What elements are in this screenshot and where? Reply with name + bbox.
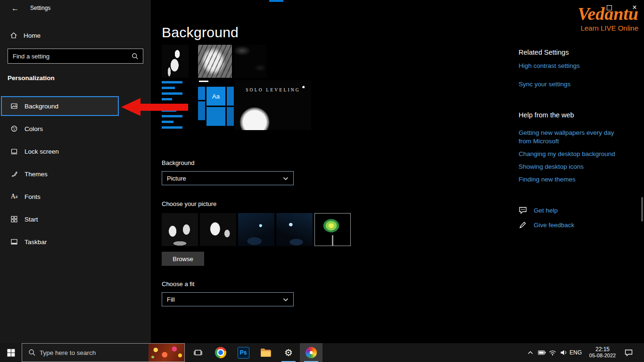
annotation-arrow: [121, 98, 188, 116]
give-feedback-link[interactable]: Give feedback: [534, 222, 574, 229]
chevron-down-icon: [283, 296, 289, 303]
settings-search-box[interactable]: [8, 49, 143, 64]
window-title: Settings: [30, 5, 50, 11]
scrollbar-thumb[interactable]: [641, 197, 643, 222]
browse-button[interactable]: Browse: [162, 252, 204, 266]
sidebar-item-label: Taskbar: [25, 239, 47, 246]
help-from-web-heading: Help from the web: [519, 111, 574, 119]
language-indicator[interactable]: ENG: [570, 343, 582, 362]
close-window-button[interactable]: ×: [627, 1, 642, 14]
sidebar-item-home[interactable]: Home: [0, 27, 151, 43]
preview-start-tiles: Aa: [198, 80, 234, 130]
link-high-contrast-settings[interactable]: High contrast settings: [519, 62, 580, 70]
sidebar-item-fonts[interactable]: Aa Fonts: [0, 185, 151, 208]
preview-wallpaper: SOLO LEVELING: [235, 80, 311, 130]
settings-gear-icon[interactable]: ⚙: [277, 343, 300, 362]
link-showing-desktop-icons[interactable]: Showing desktop icons: [519, 163, 584, 171]
background-type-dropdown[interactable]: Picture: [162, 171, 294, 185]
start-icon: [10, 215, 18, 223]
related-settings-heading: Related Settings: [519, 49, 569, 56]
fit-dropdown[interactable]: Fill: [162, 292, 294, 306]
lock-screen-icon: [10, 148, 18, 155]
photoshop-icon[interactable]: Ps: [232, 343, 255, 362]
sidebar-item-background[interactable]: Background: [1, 96, 119, 116]
preview-art-2: [198, 45, 232, 78]
sidebar-item-start[interactable]: Start: [0, 208, 151, 230]
sidebar-item-lock-screen[interactable]: Lock screen: [0, 140, 151, 163]
arrow-shaft: [140, 104, 188, 111]
search-icon: [28, 349, 36, 356]
tray-expand-icon[interactable]: [525, 343, 536, 362]
sidebar-item-taskbar[interactable]: Taskbar: [0, 230, 151, 253]
sidebar-item-label: Themes: [25, 171, 48, 178]
chrome-icon[interactable]: [209, 343, 232, 362]
link-getting-new-wallpapers[interactable]: Getting new wallpapers every day from Mi…: [519, 129, 621, 146]
feedback-icon: [519, 221, 529, 229]
link-sync-your-settings[interactable]: Sync your settings: [519, 80, 570, 89]
picture-thumbnail-2[interactable]: [200, 213, 236, 246]
dropdown-value: Picture: [167, 175, 186, 182]
preview-art-1: [162, 45, 189, 78]
network-icon[interactable]: [547, 343, 558, 362]
preview-dash: [199, 81, 208, 82]
top-accent-bar: [269, 0, 283, 2]
link-finding-new-themes[interactable]: Finding new themes: [519, 175, 576, 184]
search-promo-image[interactable]: [149, 344, 184, 362]
wallpaper-title: SOLO LEVELING: [235, 88, 311, 92]
sidebar-item-label: Lock screen: [25, 148, 59, 155]
clock[interactable]: 22:15 05-08-2022: [587, 343, 618, 362]
taskbar-search-input[interactable]: [40, 349, 149, 356]
picture-thumbnail-5[interactable]: [314, 213, 351, 246]
sidebar-item-label: Home: [24, 32, 41, 39]
settings-search-input[interactable]: [8, 53, 132, 60]
task-view-button[interactable]: [187, 343, 209, 362]
tray-time: 22:15: [587, 346, 618, 353]
give-feedback-row[interactable]: Give feedback: [519, 221, 574, 229]
search-icon: [132, 53, 139, 60]
get-help-icon: [519, 206, 529, 214]
taskbar-search[interactable]: [22, 343, 185, 362]
restore-window-button[interactable]: [607, 5, 612, 10]
windows-logo-icon: [7, 349, 15, 357]
sidebar-item-colors[interactable]: Colors: [0, 117, 151, 140]
picture-thumbnails: [162, 213, 351, 246]
background-icon: [10, 102, 18, 110]
sidebar-item-label: Colors: [25, 125, 43, 132]
get-help-row[interactable]: Get help: [519, 206, 558, 214]
sidebar-item-label: Start: [25, 216, 38, 223]
settings-window: ← Settings Home Personalization Backgrou…: [0, 0, 644, 362]
sidebar-item-label: Fonts: [25, 193, 41, 200]
right-panel: Related Settings High contrast settings …: [519, 0, 632, 343]
picture-thumbnail-1[interactable]: [162, 213, 198, 246]
file-explorer-icon[interactable]: [255, 343, 277, 362]
sidebar: ← Settings Home Personalization Backgrou…: [0, 0, 151, 343]
preview-art-3: [234, 45, 267, 78]
tray-date: 05-08-2022: [587, 353, 618, 359]
taskbar-icon: [10, 238, 18, 246]
picture-thumbnail-3[interactable]: [238, 213, 274, 246]
volume-icon[interactable]: [559, 343, 569, 362]
home-icon: [10, 32, 17, 39]
sidebar-item-themes[interactable]: Themes: [0, 163, 151, 185]
arrow-head: [121, 98, 140, 116]
choose-fit-label: Choose a fit: [162, 280, 194, 288]
chevron-down-icon: [283, 175, 289, 182]
battery-icon[interactable]: [537, 343, 547, 362]
start-button[interactable]: [0, 343, 22, 362]
get-help-link[interactable]: Get help: [534, 207, 558, 214]
vedantu-tagline: Learn LIVE Online: [578, 24, 638, 32]
main-content: Background Aa SOLO LEVELING Bac: [151, 0, 519, 343]
active-app-icon[interactable]: [300, 343, 322, 362]
fonts-icon: Aa: [10, 193, 18, 200]
themes-icon: [10, 170, 18, 178]
preview-tile-sample: Aa: [206, 87, 225, 106]
background-label: Background: [162, 159, 194, 166]
back-button[interactable]: ←: [8, 3, 22, 14]
dropdown-value: Fill: [167, 296, 175, 303]
choose-picture-label: Choose your picture: [162, 200, 216, 207]
link-changing-desktop-background[interactable]: Changing my desktop background: [519, 150, 615, 158]
sidebar-item-label: Background: [25, 103, 58, 110]
action-center-icon[interactable]: [623, 343, 634, 362]
picture-thumbnail-4[interactable]: [276, 213, 313, 246]
personalization-nav: Background Colors Lock screen Themes: [0, 95, 151, 253]
